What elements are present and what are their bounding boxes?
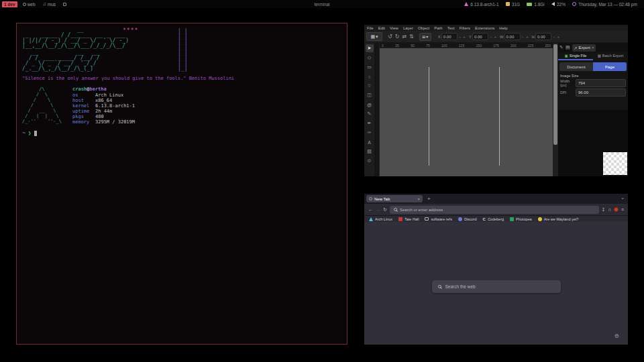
fetch-row: pkgs480 [72,114,135,119]
dpi-label: DPI [560,90,574,95]
new-tab-button[interactable]: + [427,196,431,202]
focused-window-title: terminal [0,2,644,7]
downloads-button[interactable]: ↧ [602,207,606,213]
menu-view[interactable]: View [390,26,398,30]
bookmark-codeberg[interactable]: CCodeberg [483,217,504,221]
dpi-input[interactable]: 96.00 [576,88,626,97]
tool-star[interactable]: ☆ [366,82,374,90]
bookmark-are-we-wayland-yet-[interactable]: Are we Wayland yet? [538,217,579,221]
selection-mode-dropdown[interactable]: ▦▾ [366,32,382,41]
tool-spiral[interactable]: @ [366,101,374,109]
personalize-gear-icon[interactable]: ⚙ [614,333,619,339]
tool-calligraphy[interactable]: ✑ [366,129,374,137]
pencil-icon[interactable]: ✎ [559,45,564,50]
tool-selector[interactable]: ➤ [366,44,374,52]
bookmark-label: Are we Wayland yet? [544,217,579,221]
menu-filters[interactable]: Filters [460,26,470,30]
tab-close-icon[interactable]: × [417,197,420,201]
menu-help[interactable]: Help [499,26,507,30]
tool-pencil[interactable]: ✎ [366,110,374,118]
page-button[interactable]: Page [593,62,627,71]
stepper-plus[interactable]: + [556,35,560,39]
tool-rectangle[interactable]: ▭ [366,63,374,71]
stepper-minus[interactable]: − [458,35,462,39]
coord-label: W [500,35,504,39]
stepper-plus[interactable]: + [525,35,529,39]
bookmark-tate-hall[interactable]: Tate Hall [398,217,419,221]
width-input[interactable]: 794 [576,79,626,87]
canvas[interactable] [380,48,553,176]
chevron-down-icon: ▾ [376,34,378,40]
tab-new-tab[interactable]: New Tab × [366,195,423,202]
coord-label: X [438,35,441,39]
tool-ellipse[interactable]: ○ [366,72,374,80]
bookmark-label: Codeberg [488,217,504,221]
reload-button[interactable]: ↻ [383,207,387,213]
home-button[interactable]: ⌂ [608,207,611,212]
document-button[interactable]: Document [559,62,593,71]
bookmark-software-refs[interactable]: software refs [425,217,451,221]
page-border-right [499,67,500,166]
back-button[interactable]: ← [368,207,373,212]
coord-input-w[interactable]: 0.00 [504,33,521,40]
menu-extensions[interactable]: Extensions [475,26,494,30]
bookmark-letter-icon: C [483,217,486,221]
tool-text[interactable]: A [366,138,374,146]
tab-batch-export[interactable]: ▦ Batch Export [593,52,628,60]
terminal-window[interactable]: __ _ _____ / /______ __ _ ___ | |/|/ / -… [16,23,347,345]
bookmark-discord[interactable]: Discord [458,217,477,221]
align-dropdown[interactable]: ⊞▾ [419,33,431,41]
web-search-box[interactable]: Search the web [432,280,561,293]
coord-input-x[interactable]: 0.00 [441,33,458,40]
quote-text: "Silence is the only answer you should g… [22,76,341,81]
fetch-row: hostx86_64 [72,98,135,103]
shell-prompt[interactable]: ~ ❯ [22,130,341,136]
stepper-plus[interactable]: + [493,35,497,39]
vertical-ruler [374,43,380,176]
transparency-preview [603,152,627,175]
stepper-plus[interactable]: + [462,35,466,39]
scrollbar-thumb[interactable] [553,44,557,145]
close-icon[interactable]: × [592,46,594,50]
bookmark-arch-linux[interactable]: Arch Linux [369,217,392,221]
menu-button[interactable]: ≡ [621,207,624,212]
canvas-scrollbar[interactable] [553,43,558,176]
menu-layer[interactable]: Layer [403,26,413,30]
export-icon: ↗ [574,46,578,50]
flip-horizontal-icon[interactable]: ⇄ [400,34,408,40]
tool-pen[interactable]: ✒ [366,119,374,127]
stepper-minus[interactable]: − [521,35,525,39]
coord-input-y[interactable]: 0.00 [472,33,488,40]
bookmark-photopea[interactable]: Photopea [510,217,532,221]
menu-text[interactable]: Text [447,26,455,30]
coord-input-h[interactable]: 0.00 [535,33,551,40]
fetch-row: memory3295M / 32019M [72,119,135,125]
tool-gradient[interactable]: ▧ [366,147,374,156]
layers-icon[interactable]: ▤ [566,45,570,50]
tool-dropper[interactable]: ⊙ [366,157,374,165]
browser-window[interactable]: New Tab × + ⌄ ← → ↻ Search or enter addr… [364,194,628,345]
export-panel-tab[interactable]: ↗ Export × [572,44,596,52]
stepper-minus[interactable]: − [489,35,493,39]
flip-vertical-icon[interactable]: ⇅ [408,34,415,40]
rotate-ccw-icon[interactable]: ↺ [386,34,394,40]
bookmark-label: software refs [431,217,451,221]
menu-edit[interactable]: Edit [378,26,385,30]
list-tabs-chevron-icon[interactable]: ⌄ [621,195,625,200]
fetch-value: Arch Linux [95,93,123,98]
tool-box-3d[interactable]: ◫ [366,91,374,99]
extension-icon[interactable] [614,207,619,212]
menu-object[interactable]: Object [418,26,429,30]
url-bar[interactable]: Search or enter address [390,206,599,214]
rotate-cw-icon[interactable]: ↻ [394,34,401,40]
stepper-minus[interactable]: − [552,35,556,39]
menu-path[interactable]: Path [434,26,442,30]
forward-button[interactable]: → [376,207,380,212]
inkscape-window[interactable]: FileEditViewLayerObjectPathTextFiltersEx… [364,25,628,176]
ruler-number: 200 [511,44,516,48]
tool-node-editor[interactable]: ◇ [366,54,374,62]
menu-file[interactable]: File [367,26,374,30]
top-bar: 1 devweb♫mus terminal 6.13.8-arch1-1·31G… [0,0,644,8]
bookmark-label: Tate Hall [405,217,419,221]
tab-single-file[interactable]: ▣ Single File [558,52,593,60]
